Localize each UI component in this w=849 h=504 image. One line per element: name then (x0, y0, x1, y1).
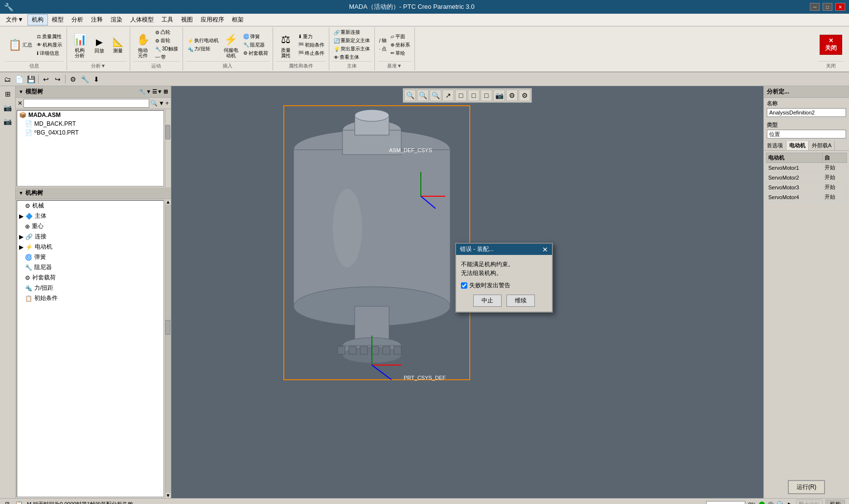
dialog-stop-button[interactable]: 中止 (473, 295, 502, 307)
tree-item-bg04x10[interactable]: 📄 ⁰BG_04X10.PRT (17, 128, 163, 137)
mech-item-body[interactable]: ▶ 🔷 主体 (17, 211, 163, 221)
ribbon-btn-measure[interactable]: 📐 测量 (109, 35, 127, 54)
vp-view3[interactable]: □ (481, 90, 492, 101)
vp-view2[interactable]: □ (468, 90, 480, 101)
vp-more[interactable]: ⚙ (519, 90, 530, 101)
ribbon-btn-mechanalysis[interactable]: 📊 机构分析 (70, 31, 90, 59)
ribbon-btn-point[interactable]: · 点 (378, 45, 388, 53)
ribbon-btn-mass[interactable]: ⚖ 质量属性 (35, 33, 64, 41)
menu-jigou[interactable]: 机构 (27, 14, 48, 25)
search-icon[interactable]: 🔍 (150, 100, 158, 107)
ribbon-btn-gear[interactable]: ⚙ 齿轮 (154, 37, 180, 45)
model-tree-header[interactable]: ▼ 模型树 🔧▼ ☰▼ ⊞ (16, 86, 171, 98)
motor-row-4[interactable]: ServoMotor4 开始 (766, 192, 847, 202)
motor-row-2[interactable]: ServoMotor2 开始 (766, 173, 847, 183)
tree-tool3[interactable]: ⊞ (163, 89, 168, 95)
ribbon-btn-plane[interactable]: ▱ 平面 (389, 33, 412, 41)
ribbon-btn-massprop[interactable]: ⚖ 质量属性 (276, 31, 296, 59)
ribbon-btn-servomotor[interactable]: ⚡ 执行电动机 (186, 37, 220, 45)
ribbon-btn-redefbody[interactable]: 🔄 重新定义主体 (332, 37, 371, 45)
ribbon-btn-mechview[interactable]: 👁 机构显示 (35, 41, 64, 49)
menu-appplication[interactable]: 应用程序 (197, 15, 228, 25)
menu-file[interactable]: 文件▼ (2, 15, 27, 25)
ribbon-btn-belt[interactable]: 〰 带 (154, 53, 180, 61)
menu-analysis[interactable]: 分析 (68, 15, 87, 25)
icon-cam1[interactable]: 📷 (2, 102, 14, 114)
mech-tree-header[interactable]: ▼ 机构树 (16, 187, 171, 199)
ribbon-close-button[interactable]: ✕关闭 (820, 35, 842, 55)
tb-settings[interactable]: ⚙ (68, 74, 78, 85)
mech-item-motor[interactable]: ▶ ⚡ 电动机 (17, 242, 163, 252)
tb-new[interactable]: 📄 (14, 74, 24, 85)
menu-annotation[interactable]: 注释 (87, 15, 107, 25)
ribbon-btn-sketch[interactable]: ✏ 草绘 (389, 49, 412, 57)
type-input[interactable] (767, 130, 846, 138)
tab-preferences[interactable]: 首选项 (764, 141, 786, 150)
tree-tool1[interactable]: 🔧▼ (139, 89, 151, 95)
search-filter[interactable]: ▼ (159, 100, 164, 107)
dialog-checkbox[interactable] (461, 282, 467, 289)
vp-view1[interactable]: □ (455, 90, 467, 101)
close-window-button[interactable]: ✕ (835, 3, 845, 11)
ribbon-btn-bushing[interactable]: ⚙ 衬套载荷 (242, 49, 270, 57)
maximize-button[interactable]: □ (823, 3, 832, 11)
ribbon-btn-drag[interactable]: ✋ 拖动元件 (133, 31, 153, 59)
vp-zoom-area[interactable]: 🔍 (430, 90, 441, 101)
ribbon-btn-highlight[interactable]: 💡 突出显示主体 (332, 45, 371, 53)
vp-zoom-out[interactable]: 🔍 (417, 90, 429, 101)
status-tab-label[interactable]: 机构 (826, 500, 845, 504)
minimize-button[interactable]: ─ (810, 3, 820, 11)
status-icon-search[interactable]: 🔍 (777, 501, 785, 504)
ribbon-btn-initcond[interactable]: 🏁 初始条件 (297, 41, 326, 49)
tab-external[interactable]: 外部载A (809, 141, 835, 150)
tb-undo[interactable]: ↩ (41, 74, 51, 85)
ribbon-btn-spring[interactable]: 🌀 弹簧 (242, 33, 270, 41)
tb-redo[interactable]: ↪ (52, 74, 63, 85)
ribbon-btn-reconnect[interactable]: 🔗 重新连接 (332, 28, 371, 36)
name-input[interactable] (767, 108, 846, 117)
search-input[interactable] (23, 99, 149, 108)
motor-row-3[interactable]: ServoMotor3 开始 (766, 183, 847, 192)
dialog-close-button[interactable]: ✕ (542, 246, 548, 253)
mech-item-cog[interactable]: ⊕ 重心 (17, 221, 163, 231)
tb-save[interactable]: 💾 (25, 74, 36, 85)
mech-item-machine[interactable]: ⚙ 机械 (17, 201, 163, 211)
tree-item-mada[interactable]: 📦 MADA.ASM (17, 111, 163, 119)
ribbon-btn-viewbody[interactable]: 👁 查看主体 (332, 53, 371, 61)
ribbon-btn-detail[interactable]: ℹ 详细信息 (35, 49, 64, 57)
ribbon-btn-playback[interactable]: ▶ 回放 (91, 35, 108, 54)
ribbon-btn-gravity[interactable]: ⬇ 重力 (297, 33, 326, 41)
scroll-thumb[interactable] (165, 125, 170, 139)
icon-grid[interactable]: ⊞ (2, 88, 14, 100)
vp-camera[interactable]: 📷 (493, 90, 505, 101)
mech-item-initcond[interactable]: 📋 初始条件 (17, 293, 163, 303)
menu-humanmodel[interactable]: 人体模型 (126, 15, 158, 25)
scroll-up[interactable]: ▲ (165, 199, 171, 205)
search-add[interactable]: + (165, 100, 169, 107)
menu-model[interactable]: 模型 (48, 15, 68, 25)
ribbon-btn-termcond[interactable]: 🏁 终止条件 (297, 49, 326, 57)
ribbon-btn-csys[interactable]: ⊕ 坐标系 (389, 41, 412, 49)
tb-tools[interactable]: 🔧 (79, 74, 90, 85)
ribbon-btn-summary[interactable]: 📋 汇总 (5, 36, 34, 54)
ribbon-btn-damper[interactable]: 🔧 阻尼器 (242, 41, 270, 49)
menu-render[interactable]: 渲染 (107, 15, 126, 25)
mech-item-torque[interactable]: 🔩 力/扭距 (17, 283, 163, 293)
mech-item-spring[interactable]: 🌀 弹簧 (17, 252, 163, 262)
tab-motor[interactable]: 电动机 (786, 141, 809, 150)
ribbon-btn-servomotor2[interactable]: ⚡ 伺服电动机 (221, 31, 241, 59)
tb-download[interactable]: ⬇ (91, 74, 102, 85)
search-clear[interactable]: ✕ (18, 100, 23, 107)
menu-framework[interactable]: 框架 (228, 15, 248, 25)
scroll-down[interactable]: ▼ (165, 493, 171, 498)
ribbon-btn-axis[interactable]: / 轴 (378, 37, 388, 45)
status-icon-arrow[interactable]: ▶ (788, 501, 793, 504)
tree-item-mdback[interactable]: 📄 MD_BACK.PRT (17, 119, 163, 128)
menu-tools[interactable]: 工具 (158, 15, 177, 25)
dialog-continue-button[interactable]: 维续 (506, 295, 535, 307)
tree-tool2[interactable]: ☰▼ (152, 89, 162, 95)
icon-cam2[interactable]: 📷 (2, 115, 14, 127)
motor-row-1[interactable]: ServoMotor1 开始 (766, 163, 847, 173)
vp-fit[interactable]: ↗ (442, 90, 454, 101)
mech-item-connect[interactable]: ▶ 🔗 连接 (17, 231, 163, 242)
